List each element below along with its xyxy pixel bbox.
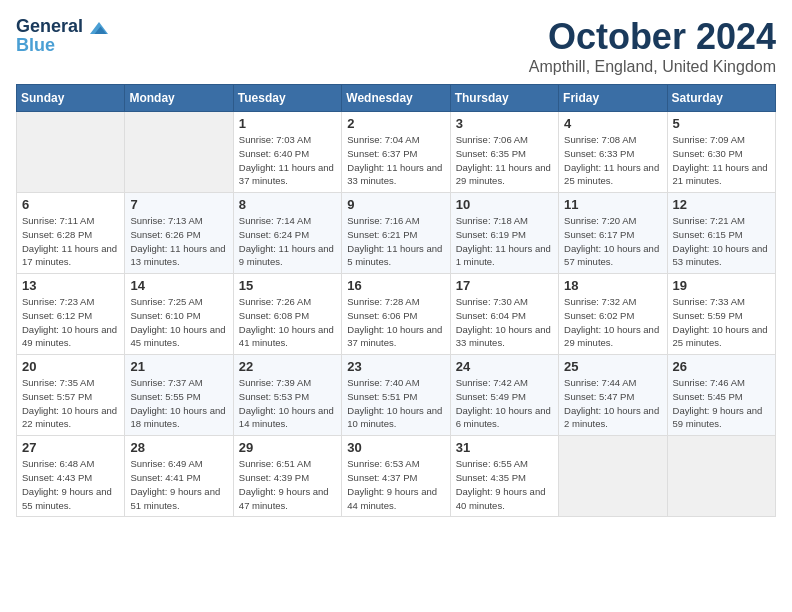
day-info: Sunrise: 7:20 AM Sunset: 6:17 PM Dayligh…	[564, 214, 661, 269]
day-number: 4	[564, 116, 661, 131]
daylight-text: Daylight: 11 hours and 29 minutes.	[456, 162, 551, 187]
day-number: 3	[456, 116, 553, 131]
sunset-text: Sunset: 6:17 PM	[564, 229, 634, 240]
sunset-text: Sunset: 5:55 PM	[130, 391, 200, 402]
day-number: 14	[130, 278, 227, 293]
table-row: 28 Sunrise: 6:49 AM Sunset: 4:41 PM Dayl…	[125, 436, 233, 517]
daylight-text: Daylight: 11 hours and 1 minute.	[456, 243, 551, 268]
table-row: 21 Sunrise: 7:37 AM Sunset: 5:55 PM Dayl…	[125, 355, 233, 436]
day-info: Sunrise: 7:32 AM Sunset: 6:02 PM Dayligh…	[564, 295, 661, 350]
sunrise-text: Sunrise: 7:13 AM	[130, 215, 202, 226]
day-number: 27	[22, 440, 119, 455]
daylight-text: Daylight: 11 hours and 5 minutes.	[347, 243, 442, 268]
day-info: Sunrise: 6:53 AM Sunset: 4:37 PM Dayligh…	[347, 457, 444, 512]
daylight-text: Daylight: 9 hours and 44 minutes.	[347, 486, 437, 511]
daylight-text: Daylight: 11 hours and 13 minutes.	[130, 243, 225, 268]
table-row: 9 Sunrise: 7:16 AM Sunset: 6:21 PM Dayli…	[342, 193, 450, 274]
sunset-text: Sunset: 6:40 PM	[239, 148, 309, 159]
sunset-text: Sunset: 5:51 PM	[347, 391, 417, 402]
day-number: 18	[564, 278, 661, 293]
col-friday: Friday	[559, 85, 667, 112]
daylight-text: Daylight: 9 hours and 55 minutes.	[22, 486, 112, 511]
table-row: 17 Sunrise: 7:30 AM Sunset: 6:04 PM Dayl…	[450, 274, 558, 355]
sunset-text: Sunset: 5:57 PM	[22, 391, 92, 402]
sunset-text: Sunset: 6:21 PM	[347, 229, 417, 240]
day-number: 11	[564, 197, 661, 212]
day-info: Sunrise: 7:13 AM Sunset: 6:26 PM Dayligh…	[130, 214, 227, 269]
calendar-week-row: 13 Sunrise: 7:23 AM Sunset: 6:12 PM Dayl…	[17, 274, 776, 355]
day-number: 10	[456, 197, 553, 212]
col-monday: Monday	[125, 85, 233, 112]
daylight-text: Daylight: 11 hours and 21 minutes.	[673, 162, 768, 187]
sunrise-text: Sunrise: 7:03 AM	[239, 134, 311, 145]
day-number: 23	[347, 359, 444, 374]
day-number: 24	[456, 359, 553, 374]
sunrise-text: Sunrise: 7:14 AM	[239, 215, 311, 226]
sunset-text: Sunset: 4:39 PM	[239, 472, 309, 483]
sunset-text: Sunset: 6:12 PM	[22, 310, 92, 321]
daylight-text: Daylight: 10 hours and 49 minutes.	[22, 324, 117, 349]
day-info: Sunrise: 7:30 AM Sunset: 6:04 PM Dayligh…	[456, 295, 553, 350]
sunrise-text: Sunrise: 6:49 AM	[130, 458, 202, 469]
sunset-text: Sunset: 4:37 PM	[347, 472, 417, 483]
sunrise-text: Sunrise: 7:32 AM	[564, 296, 636, 307]
daylight-text: Daylight: 11 hours and 33 minutes.	[347, 162, 442, 187]
sunrise-text: Sunrise: 7:09 AM	[673, 134, 745, 145]
table-row: 31 Sunrise: 6:55 AM Sunset: 4:35 PM Dayl…	[450, 436, 558, 517]
table-row: 15 Sunrise: 7:26 AM Sunset: 6:08 PM Dayl…	[233, 274, 341, 355]
sunset-text: Sunset: 6:06 PM	[347, 310, 417, 321]
day-number: 2	[347, 116, 444, 131]
calendar-week-row: 27 Sunrise: 6:48 AM Sunset: 4:43 PM Dayl…	[17, 436, 776, 517]
sunrise-text: Sunrise: 7:11 AM	[22, 215, 94, 226]
sunset-text: Sunset: 6:30 PM	[673, 148, 743, 159]
day-info: Sunrise: 7:33 AM Sunset: 5:59 PM Dayligh…	[673, 295, 770, 350]
sunrise-text: Sunrise: 7:46 AM	[673, 377, 745, 388]
day-info: Sunrise: 7:23 AM Sunset: 6:12 PM Dayligh…	[22, 295, 119, 350]
calendar-header-row: Sunday Monday Tuesday Wednesday Thursday…	[17, 85, 776, 112]
table-row	[17, 112, 125, 193]
day-number: 20	[22, 359, 119, 374]
daylight-text: Daylight: 9 hours and 47 minutes.	[239, 486, 329, 511]
sunset-text: Sunset: 6:15 PM	[673, 229, 743, 240]
col-sunday: Sunday	[17, 85, 125, 112]
day-info: Sunrise: 7:39 AM Sunset: 5:53 PM Dayligh…	[239, 376, 336, 431]
daylight-text: Daylight: 9 hours and 51 minutes.	[130, 486, 220, 511]
day-info: Sunrise: 7:42 AM Sunset: 5:49 PM Dayligh…	[456, 376, 553, 431]
day-number: 1	[239, 116, 336, 131]
sunrise-text: Sunrise: 7:42 AM	[456, 377, 528, 388]
daylight-text: Daylight: 11 hours and 17 minutes.	[22, 243, 117, 268]
sunrise-text: Sunrise: 6:48 AM	[22, 458, 94, 469]
day-info: Sunrise: 7:28 AM Sunset: 6:06 PM Dayligh…	[347, 295, 444, 350]
day-number: 9	[347, 197, 444, 212]
table-row: 27 Sunrise: 6:48 AM Sunset: 4:43 PM Dayl…	[17, 436, 125, 517]
daylight-text: Daylight: 10 hours and 53 minutes.	[673, 243, 768, 268]
sunrise-text: Sunrise: 7:18 AM	[456, 215, 528, 226]
table-row: 30 Sunrise: 6:53 AM Sunset: 4:37 PM Dayl…	[342, 436, 450, 517]
table-row: 25 Sunrise: 7:44 AM Sunset: 5:47 PM Dayl…	[559, 355, 667, 436]
logo-text: General	[16, 16, 108, 37]
page-header: General Blue October 2024 Ampthill, Engl…	[16, 16, 776, 76]
sunset-text: Sunset: 4:43 PM	[22, 472, 92, 483]
day-number: 31	[456, 440, 553, 455]
sunrise-text: Sunrise: 7:37 AM	[130, 377, 202, 388]
sunrise-text: Sunrise: 6:51 AM	[239, 458, 311, 469]
table-row: 3 Sunrise: 7:06 AM Sunset: 6:35 PM Dayli…	[450, 112, 558, 193]
daylight-text: Daylight: 10 hours and 45 minutes.	[130, 324, 225, 349]
day-info: Sunrise: 7:08 AM Sunset: 6:33 PM Dayligh…	[564, 133, 661, 188]
col-wednesday: Wednesday	[342, 85, 450, 112]
day-info: Sunrise: 7:25 AM Sunset: 6:10 PM Dayligh…	[130, 295, 227, 350]
day-info: Sunrise: 7:09 AM Sunset: 6:30 PM Dayligh…	[673, 133, 770, 188]
calendar-week-row: 20 Sunrise: 7:35 AM Sunset: 5:57 PM Dayl…	[17, 355, 776, 436]
sunset-text: Sunset: 6:28 PM	[22, 229, 92, 240]
table-row: 24 Sunrise: 7:42 AM Sunset: 5:49 PM Dayl…	[450, 355, 558, 436]
table-row: 8 Sunrise: 7:14 AM Sunset: 6:24 PM Dayli…	[233, 193, 341, 274]
daylight-text: Daylight: 9 hours and 59 minutes.	[673, 405, 763, 430]
table-row: 19 Sunrise: 7:33 AM Sunset: 5:59 PM Dayl…	[667, 274, 775, 355]
sunset-text: Sunset: 6:10 PM	[130, 310, 200, 321]
day-number: 21	[130, 359, 227, 374]
table-row: 20 Sunrise: 7:35 AM Sunset: 5:57 PM Dayl…	[17, 355, 125, 436]
location-title: Ampthill, England, United Kingdom	[529, 58, 776, 76]
sunset-text: Sunset: 5:49 PM	[456, 391, 526, 402]
daylight-text: Daylight: 10 hours and 2 minutes.	[564, 405, 659, 430]
day-info: Sunrise: 6:55 AM Sunset: 4:35 PM Dayligh…	[456, 457, 553, 512]
